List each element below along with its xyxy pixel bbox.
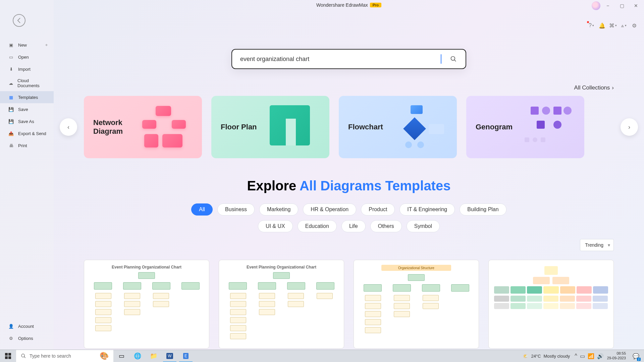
search-box[interactable]: event organizational chart <box>231 49 466 69</box>
category-card-network-diagram[interactable]: Network Diagram <box>84 96 202 158</box>
sidebar-item-label: Save <box>18 107 28 112</box>
sidebar-item-templates[interactable]: ▦ Templates <box>0 91 54 103</box>
network-diagram-icon <box>142 105 193 149</box>
notification-center-button[interactable]: 💬 2 <box>629 350 643 362</box>
template-card[interactable]: Organizational Structure Organizational … <box>354 260 479 350</box>
tag-education[interactable]: Education <box>298 220 337 232</box>
sidebar-item-label: Print <box>18 143 27 148</box>
sidebar-item-print[interactable]: 🖶 Print <box>0 139 54 152</box>
sidebar-item-new[interactable]: ▣ New ＋ <box>0 39 54 51</box>
search-icon <box>21 353 26 359</box>
taskbar-app-word[interactable]: W <box>162 350 178 362</box>
category-label: Genogram <box>476 123 519 131</box>
tag-business[interactable]: Business <box>217 203 255 216</box>
template-preview: Event Planning Organizational Chart <box>84 260 209 349</box>
sidebar-item-save-as[interactable]: 💾 Save As <box>0 115 54 127</box>
windows-taskbar: Type here to search 🎨 ▭ 🌐 📁 W E 🌤️ 24°C … <box>0 350 644 362</box>
carousel-next-button[interactable]: › <box>621 118 638 136</box>
carousel-prev-button[interactable]: ‹ <box>60 118 77 136</box>
wifi-icon[interactable]: 📶 <box>588 353 594 359</box>
tag-others[interactable]: Others <box>370 220 402 232</box>
cloud-icon: ☁ <box>8 80 13 86</box>
tag-all[interactable]: All <box>191 203 213 216</box>
taskbar-search-placeholder: Type here to search <box>30 353 71 359</box>
task-view-button[interactable]: ▭ <box>113 350 129 362</box>
category-label: Network Diagram <box>93 118 136 136</box>
taskbar-app-edrawmax[interactable]: E <box>178 350 194 362</box>
template-preview-title: Event Planning Organizational Chart <box>88 265 205 269</box>
flowchart-icon <box>397 105 447 149</box>
tag-filter-row: All Business Marketing HR & Operation Pr… <box>54 203 644 216</box>
category-card-floor-plan[interactable]: Floor Plan <box>211 96 329 158</box>
tag-filter-row-2: UI & UX Education Life Others Symbol <box>54 220 644 232</box>
search-icon <box>450 56 457 62</box>
category-label: Flowchart <box>348 123 391 131</box>
clock-date: 29-09-2023 <box>607 356 626 361</box>
search-input[interactable]: event organizational chart <box>240 56 441 63</box>
sort-row: Trending <box>54 239 614 251</box>
taskbar-app-edge[interactable]: 🌐 <box>129 350 146 362</box>
clock-time: 08:55 <box>607 351 626 356</box>
tag-hr-operation[interactable]: HR & Operation <box>303 203 356 216</box>
tag-life[interactable]: Life <box>341 220 366 232</box>
main-panel: event organizational chart All Collectio… <box>54 0 644 350</box>
sidebar-item-cloud-documents[interactable]: ☁ Cloud Documents <box>0 75 54 91</box>
sidebar-item-options[interactable]: ⚙ Options <box>0 332 54 344</box>
template-preview: Event Planning Organizational Chart <box>219 260 344 349</box>
meet-now-icon[interactable]: ▭ <box>580 353 585 359</box>
tag-it-engineering[interactable]: IT & Engineering <box>399 203 455 216</box>
explore-highlight: All Diagrams Templates <box>300 178 451 193</box>
weather-temp: 24°C <box>531 354 541 359</box>
chevron-up-icon[interactable]: ^ <box>575 353 577 359</box>
tag-building-plan[interactable]: Building Plan <box>460 203 506 216</box>
sidebar-item-export-send[interactable]: 📤 Export & Send <box>0 127 54 139</box>
windows-icon <box>5 353 11 359</box>
taskbar-weather[interactable]: 🌤️ 24°C Mostly cloudy <box>520 354 573 359</box>
plus-box-icon: ▣ <box>8 42 14 48</box>
sidebar-item-label: Account <box>18 324 34 329</box>
category-label: Floor Plan <box>221 123 264 131</box>
sidebar-item-save[interactable]: 💾 Save <box>0 103 54 115</box>
sidebar-item-label: Open <box>18 55 29 60</box>
sidebar-item-import[interactable]: ⬇ Import <box>0 63 54 75</box>
start-button[interactable] <box>0 350 16 362</box>
print-icon: 🖶 <box>8 142 14 148</box>
svg-rect-2 <box>8 353 11 356</box>
chevron-right-icon: › <box>612 84 614 91</box>
sidebar-item-label: Export & Send <box>18 131 46 136</box>
category-card-flowchart[interactable]: Flowchart <box>339 96 457 158</box>
tag-product[interactable]: Product <box>361 203 395 216</box>
template-card[interactable]: Organizational Chart <box>488 260 614 350</box>
tag-marketing[interactable]: Marketing <box>259 203 298 216</box>
search-button[interactable] <box>449 55 458 63</box>
sidebar-item-label: Save As <box>18 119 34 124</box>
taskbar-app-explorer[interactable]: 📁 <box>146 350 162 362</box>
template-preview <box>488 260 614 349</box>
all-collections-label: All Collections <box>574 84 610 91</box>
template-card[interactable]: Event Planning Organizational Chart Even… <box>219 260 344 350</box>
export-icon: 📤 <box>8 130 14 136</box>
taskbar-search[interactable]: Type here to search 🎨 <box>16 350 113 362</box>
explore-heading: Explore All Diagrams Templates <box>54 178 644 193</box>
sidebar-item-label: Options <box>18 336 33 341</box>
sidebar-item-label: Templates <box>18 95 38 100</box>
template-preview-title: Organizational Structure <box>381 265 451 271</box>
taskbar-clock[interactable]: 08:55 29-09-2023 <box>605 351 628 361</box>
tag-ui-ux[interactable]: UI & UX <box>258 220 293 232</box>
sidebar-item-account[interactable]: 👤 Account <box>0 320 54 332</box>
template-card[interactable]: Event Planning Organizational Chart Even… <box>84 260 209 350</box>
templates-icon: ▦ <box>8 94 14 100</box>
text-cursor <box>441 54 441 64</box>
category-card-genogram[interactable]: Genogram <box>466 96 584 158</box>
sidebar-item-open[interactable]: ▭ Open <box>0 51 54 63</box>
all-collections-link[interactable]: All Collections › <box>54 84 614 91</box>
system-tray[interactable]: ^ ▭ 📶 🔊 <box>575 353 604 359</box>
tag-symbol[interactable]: Symbol <box>407 220 440 232</box>
sidebar-item-label: New <box>18 43 27 48</box>
weather-icon: 🌤️ <box>523 354 528 359</box>
sort-select[interactable]: Trending <box>580 239 614 251</box>
volume-icon[interactable]: 🔊 <box>597 353 604 359</box>
plus-icon[interactable]: ＋ <box>44 42 49 48</box>
genogram-icon <box>525 105 575 149</box>
template-preview-title: Event Planning Organizational Chart <box>223 265 340 269</box>
